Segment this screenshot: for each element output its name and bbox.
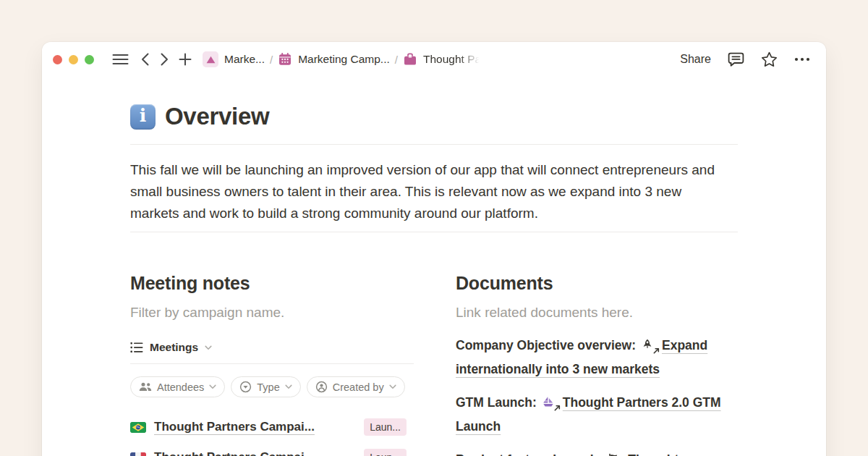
forward-icon[interactable] xyxy=(161,53,169,66)
filter-attendees-chip[interactable]: Attendees xyxy=(130,376,225,397)
comments-icon[interactable] xyxy=(728,52,744,67)
intro-paragraph: This fall we will be launching an improv… xyxy=(130,159,729,224)
briefcase-page-icon xyxy=(403,52,417,67)
documents-subtitle: Link related documents here. xyxy=(456,305,738,321)
new-page-icon[interactable] xyxy=(179,53,192,66)
filter-type-chip[interactable]: Type xyxy=(231,376,300,397)
sailboat-icon xyxy=(542,396,556,409)
app-window: Marke... Marketing Camp xyxy=(42,42,826,456)
documents-column: Documents Link related documents here. C… xyxy=(456,273,738,456)
breadcrumb-item-workspace[interactable]: Marke... xyxy=(203,51,265,67)
status-tag: Laun... xyxy=(364,418,407,436)
divider xyxy=(130,144,738,145)
breadcrumb-label: Marke... xyxy=(224,53,265,66)
document-label: Product feature Launch: xyxy=(456,452,602,456)
breadcrumb-item-current-page[interactable]: Thought Pa xyxy=(403,52,481,67)
row-title: Thought Partners Campai... xyxy=(154,450,315,456)
breadcrumb: Marke... Marketing Camp xyxy=(203,51,481,67)
page-title: Overview xyxy=(165,103,269,130)
filter-chip-label: Attendees xyxy=(157,381,204,393)
database-view-selector[interactable]: Meetings xyxy=(130,341,414,364)
breadcrumb-separator xyxy=(270,54,273,66)
favorite-star-icon[interactable] xyxy=(761,51,778,67)
window-topbar: Marke... Marketing Camp xyxy=(42,42,826,77)
row-title: Thought Partners Campai... xyxy=(154,420,315,434)
divider xyxy=(130,232,738,232)
select-icon xyxy=(239,381,252,393)
document-item: Product feature Launch: Thought xyxy=(456,448,738,456)
rocket-icon xyxy=(641,339,655,352)
filter-chips-row: Attendees Type xyxy=(130,376,414,397)
breadcrumb-separator xyxy=(395,54,398,66)
breadcrumb-label: Marketing Camp... xyxy=(298,53,390,66)
sidebar-toggle-icon[interactable] xyxy=(112,53,129,66)
document-item: Company Objective overview: Expand inter… xyxy=(456,334,738,381)
breadcrumb-item-campaigns[interactable]: Marketing Camp... xyxy=(278,52,390,67)
information-emoji-icon xyxy=(130,104,156,130)
meeting-notes-heading: Meeting notes xyxy=(130,273,414,294)
table-row[interactable]: Thought Partners Campai... Laun... xyxy=(130,416,414,438)
back-icon[interactable] xyxy=(141,53,149,66)
person-icon xyxy=(315,381,328,393)
chevron-down-icon xyxy=(209,384,216,389)
chevron-down-icon xyxy=(285,384,292,389)
view-name: Meetings xyxy=(150,341,198,354)
share-button[interactable]: Share xyxy=(680,53,711,66)
meeting-notes-column: Meeting notes Filter by campaign name. M… xyxy=(130,273,414,456)
brazil-flag-icon xyxy=(130,422,146,433)
chevron-down-icon xyxy=(389,384,396,389)
breadcrumb-label: Thought Pa xyxy=(423,53,481,66)
more-options-icon[interactable] xyxy=(794,57,810,62)
filter-chip-label: Created by xyxy=(333,381,384,393)
meetings-list: Thought Partners Campai... Laun... xyxy=(130,416,414,456)
filter-created-by-chip[interactable]: Created by xyxy=(307,376,405,397)
topbar-actions: Share xyxy=(680,51,810,67)
black-flag-icon xyxy=(607,453,621,456)
triangle-page-icon xyxy=(203,51,218,67)
minimize-window-button[interactable] xyxy=(69,55,78,64)
page-content: Overview This fall we will be launching … xyxy=(130,77,738,456)
document-label: Company Objective overview: xyxy=(456,338,636,352)
calendar-page-icon xyxy=(278,52,292,67)
table-row[interactable]: Thought Partners Campai... Laun... xyxy=(130,447,414,456)
filter-chip-label: Type xyxy=(257,381,279,393)
chevron-down-icon xyxy=(205,345,212,350)
status-tag: Laun... xyxy=(364,449,407,456)
france-flag-icon xyxy=(130,452,146,456)
meeting-notes-subtitle: Filter by campaign name. xyxy=(130,305,414,321)
document-label: GTM Launch: xyxy=(456,395,537,410)
link-arrow-icon xyxy=(653,347,660,354)
traffic-lights xyxy=(53,55,94,64)
documents-heading: Documents xyxy=(456,273,738,294)
zoom-window-button[interactable] xyxy=(85,55,94,64)
people-icon xyxy=(139,382,152,392)
two-column-layout: Meeting notes Filter by campaign name. M… xyxy=(130,273,738,456)
document-item: GTM Launch: Thought Partners 2.0 GTM Lau… xyxy=(456,391,738,439)
page-title-row: Overview xyxy=(130,101,738,132)
close-window-button[interactable] xyxy=(53,55,62,64)
documents-list: Company Objective overview: Expand inter… xyxy=(456,334,738,456)
list-view-icon xyxy=(130,342,143,353)
link-arrow-icon xyxy=(554,405,561,411)
document-link[interactable]: Thought xyxy=(628,452,678,456)
